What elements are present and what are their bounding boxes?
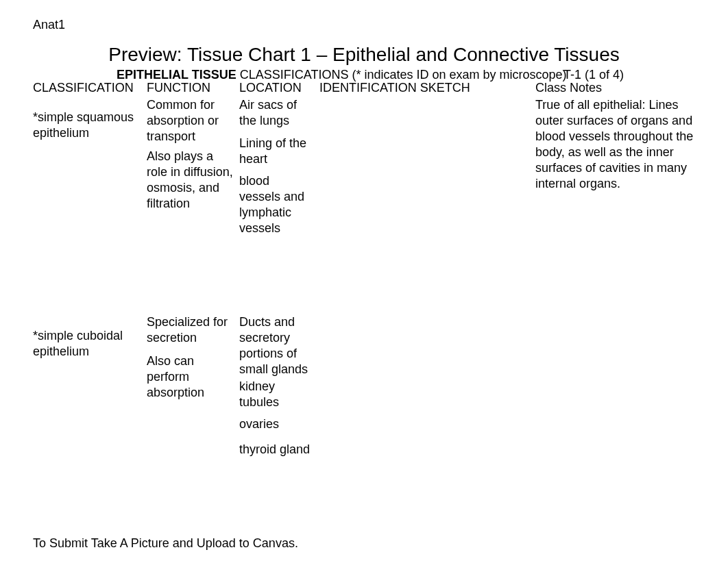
cell-location: ovaries bbox=[239, 416, 311, 432]
subheading-bold: EPITHELIAL TISSUE bbox=[117, 68, 236, 82]
cell-notes: True of all epithelial: Lines outer surf… bbox=[535, 97, 696, 192]
cell-function: Also plays a role in diffusion, osmosis,… bbox=[147, 149, 234, 212]
col-header-classification: CLASSIFICATION bbox=[33, 80, 134, 96]
cell-function: Specialized for secretion bbox=[147, 314, 234, 346]
cell-classification: *simple cuboidal epithelium bbox=[33, 328, 143, 360]
cell-location: thyroid gland bbox=[239, 442, 311, 458]
col-header-notes: Class Notes bbox=[535, 80, 602, 96]
cell-location: blood vessels and lymphatic vessels bbox=[239, 173, 311, 236]
cell-location: Lining of the heart bbox=[239, 136, 311, 167]
page-title: Preview: Tissue Chart 1 – Epithelial and… bbox=[0, 42, 728, 67]
cell-location: kidney tubules bbox=[239, 379, 311, 410]
col-header-location: LOCATION bbox=[239, 80, 302, 96]
subheading-rest: CLASSIFICATIONS (* indicates ID on exam … bbox=[236, 68, 567, 82]
cell-location: Ducts and secretory portions of small gl… bbox=[239, 314, 311, 377]
footer-instruction: To Submit Take A Picture and Upload to C… bbox=[33, 536, 298, 551]
course-code: Anat1 bbox=[33, 17, 65, 33]
cell-function: Also can perform absorption bbox=[147, 353, 234, 401]
col-header-function: FUNCTION bbox=[147, 80, 210, 96]
cell-classification: *simple squamous epithelium bbox=[33, 110, 143, 141]
cell-location: Air sacs of the lungs bbox=[239, 97, 311, 129]
cell-function: Common for absorption or transport bbox=[147, 97, 234, 145]
page: Anat1 Preview: Tissue Chart 1 – Epitheli… bbox=[0, 0, 728, 563]
col-header-sketch: IDENTIFICATION SKETCH bbox=[319, 80, 470, 96]
